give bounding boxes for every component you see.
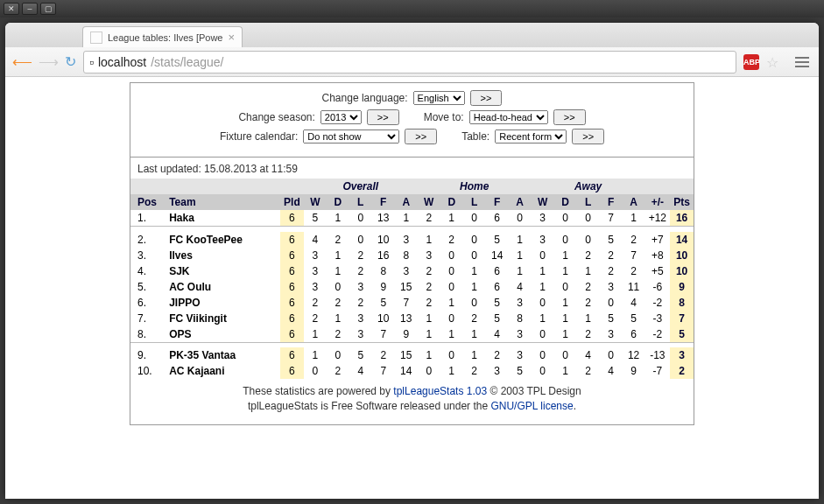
bookmark-star-icon[interactable]: ☆: [766, 54, 782, 70]
group-header-row: Overall Home Away: [130, 178, 694, 194]
url-bar[interactable]: ▫ localhost/stats/league/: [83, 51, 736, 74]
browser-window: League tables: Ilves [Powe × ⟵ ⟶ ↻ ▫ loc…: [5, 23, 819, 499]
browser-tab[interactable]: League tables: Ilves [Powe ×: [82, 26, 243, 47]
tab-title: League tables: Ilves [Powe: [108, 32, 222, 43]
table-row: 5.AC Oulu630391520164102311-69: [130, 279, 694, 295]
table-row: 9.PK-35 Vantaa610521510123004012-133: [130, 347, 694, 363]
close-window-button[interactable]: ✕: [4, 3, 19, 15]
home-header: Home: [418, 178, 532, 194]
fixture-select[interactable]: Do not show: [303, 130, 399, 144]
league-table: Overall Home Away Pos Team Pld WDLFA WDL…: [130, 178, 694, 379]
table-row: 4.SJK6312832016111122+510: [130, 263, 694, 279]
overall-header: Overall: [304, 178, 418, 194]
season-label: Change season:: [238, 111, 314, 123]
moveto-select[interactable]: Head-to-head: [469, 110, 548, 124]
content-frame: Change language: English >> Change seaso…: [130, 82, 694, 425]
url-host: localhost: [98, 55, 146, 69]
maximize-window-button[interactable]: ▢: [40, 3, 56, 15]
away-header: Away: [532, 178, 645, 194]
page-icon: [90, 32, 102, 44]
column-header-row: Pos Team Pld WDLFA WDLFA WDLFA +/- Pts: [130, 194, 694, 210]
table-row: 7.FC Viikingit621310131025811155-37: [130, 311, 694, 326]
close-tab-icon[interactable]: ×: [228, 31, 235, 44]
moveto-go-button[interactable]: >>: [553, 109, 586, 125]
window-titlebar: ✕ – ▢: [0, 0, 824, 18]
abp-icon[interactable]: ABP: [743, 54, 759, 70]
language-label: Change language:: [322, 92, 408, 104]
browser-backdrop: League tables: Ilves [Powe × ⟵ ⟶ ↻ ▫ loc…: [0, 18, 824, 504]
hamburger-menu-button[interactable]: [792, 52, 812, 72]
controls-panel: Change language: English >> Change seaso…: [130, 83, 694, 158]
license-link[interactable]: GNU/GPL license: [490, 400, 573, 412]
url-path: /stats/league/: [151, 55, 223, 69]
last-updated: Last updated: 15.08.2013 at 11:59: [130, 158, 694, 178]
table-row: 6.JIPPO6222572105301204-28: [130, 295, 694, 311]
stats-link[interactable]: tplLeagueStats 1.03: [393, 385, 487, 397]
footer: These statistics are powered by tplLeagu…: [130, 379, 694, 424]
back-button[interactable]: ⟵: [12, 52, 32, 72]
season-go-button[interactable]: >>: [367, 109, 399, 125]
minimize-window-button[interactable]: –: [22, 3, 38, 15]
table-label: Table:: [461, 130, 489, 143]
language-select[interactable]: English: [413, 91, 465, 105]
reload-button[interactable]: ↻: [65, 53, 76, 70]
page-viewport: Change language: English >> Change seaso…: [5, 77, 819, 499]
moveto-label: Move to:: [424, 111, 464, 123]
table-row: 3.Ilves631216830014101227+810: [130, 248, 694, 263]
table-row: 10.AC Kajaani60247140123501249-72: [130, 363, 694, 379]
fixture-go-button[interactable]: >>: [405, 129, 437, 144]
page-icon: ▫: [89, 55, 94, 69]
table-row: 8.OPS6123791114301236-25: [130, 326, 694, 343]
os-window: ✕ – ▢ League tables: Ilves [Powe × ⟵ ⟶ ↻…: [0, 0, 824, 504]
season-select[interactable]: 2013: [320, 110, 362, 124]
tab-bar: League tables: Ilves [Powe ×: [5, 23, 819, 47]
table-row: 2.FC KooTeePee64201031205130052+714: [130, 232, 694, 248]
browser-toolbar: ⟵ ⟶ ↻ ▫ localhost/stats/league/ ABP ☆: [5, 47, 819, 77]
fixture-label: Fixture calendar:: [220, 130, 298, 143]
forward-button[interactable]: ⟶: [39, 52, 58, 72]
table-select[interactable]: Recent form: [495, 130, 567, 144]
table-go-button[interactable]: >>: [572, 129, 604, 144]
table-row: 1.Haka65101312106030071+1216: [130, 210, 694, 227]
language-go-button[interactable]: >>: [470, 90, 503, 106]
